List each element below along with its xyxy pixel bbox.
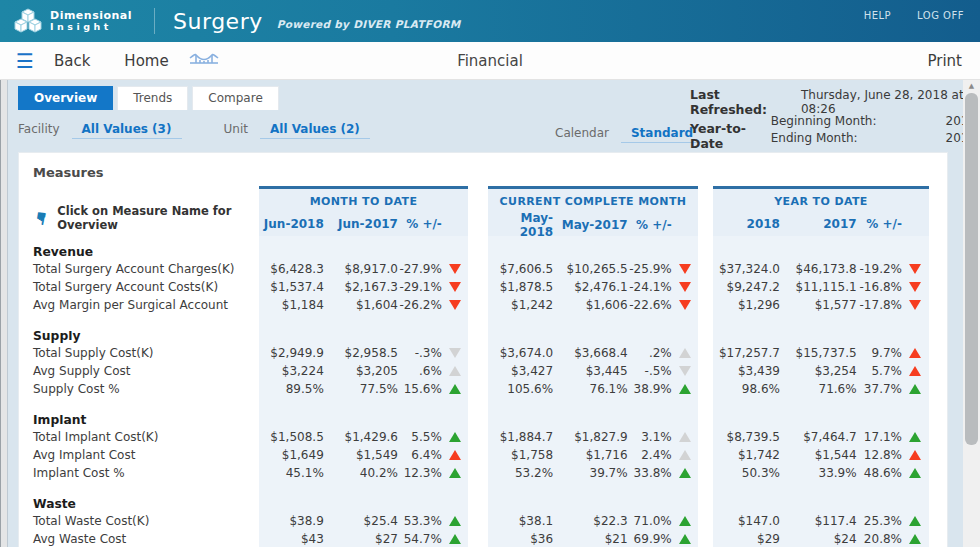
measure-label[interactable]: Avg Supply Cost [33,362,259,380]
table-header-row: ☛ Click on Measure Name for Overview MON… [33,186,947,236]
value-cell: $8,917.0 [324,260,398,278]
measure-values-group: $1,296$1,577-17.8% [713,296,929,314]
measure-label[interactable]: Total Waste Cost(K) [33,512,259,530]
page-title: Financial [0,52,980,70]
tab-trends[interactable]: Trends [117,86,188,110]
measure-values-group: $37,324.0$46,173.8-19.2% [713,260,929,278]
measure-values-group: $17,257.7$15,737.59.7% [713,344,929,362]
measure-values-group [713,398,929,410]
pointer-hand-icon: ☛ [31,209,50,227]
value-cell: $1,544 [780,446,857,464]
measure-values-group [259,482,468,494]
beginning-month-label: Beginning Month: [771,113,877,130]
measure-values-group [713,494,929,514]
logoff-link[interactable]: LOG OFF [917,10,964,21]
measure-values-group: $1,649$1,5496.4% [259,446,468,464]
trend-arrow-up-green [909,468,921,478]
measure-label[interactable]: Total Surgery Account Charges(K) [33,260,259,278]
trend-arrow-down-gray [679,366,691,376]
col-header: Jun-2017 [324,217,398,231]
trend-arrow-up-green [449,432,461,442]
col-header: % +/- [398,217,442,231]
header-divider [154,8,155,34]
trend-arrow-up-gray [679,348,691,358]
pct-cell: 33.8% [628,464,672,482]
value-cell: $36 [488,530,553,547]
measure-values-group: $8,739.5$7,464.717.1% [713,428,929,446]
value-cell: $2,476.1 [553,278,628,296]
measure-label[interactable]: Supply Cost % [33,380,259,398]
pct-cell: -22.6% [628,296,672,314]
value-cell: 50.3% [713,464,780,482]
section-row: Revenue [33,242,947,260]
pct-cell: 12.3% [398,464,442,482]
measure-values-group: $3,224$3,205.6% [259,362,468,380]
value-cell: $8,739.5 [713,428,780,446]
value-cell: $9,247.2 [713,278,780,296]
measure-row: Implant Cost %45.1%40.2%12.3%53.2%39.7%3… [33,464,947,482]
unit-filter-value[interactable]: All Values (2) [260,122,370,139]
facility-filter-value[interactable]: All Values (3) [72,122,182,139]
help-link[interactable]: HELP [864,10,891,21]
tab-compare[interactable]: Compare [192,86,278,110]
measure-values-group: $1,742$1,54412.8% [713,446,929,464]
pct-cell: 48.6% [857,464,902,482]
filters-bar: Facility All Values (3) Unit All Values … [18,122,370,139]
scrollbar-thumb[interactable] [965,93,978,445]
dimensional-insight-logo[interactable]: Dimensional Insight [14,7,132,35]
tab-overview[interactable]: Overview [18,86,113,110]
pct-cell: 53.3% [398,512,442,530]
value-cell: $1,716 [553,446,628,464]
pct-cell: .6% [398,362,442,380]
pct-cell: 6.4% [398,446,442,464]
measure-values-group: $29$2420.8% [713,530,929,547]
pct-cell: 12.8% [857,446,902,464]
measure-label[interactable]: Total Implant Cost(K) [33,428,259,446]
value-cell: 53.2% [488,464,553,482]
measure-values-group: $36$2169.9% [488,530,698,547]
pct-cell: 37.7% [857,380,902,398]
measure-label[interactable]: Avg Margin per Surgical Account [33,296,259,314]
measure-values-group: $38.9$25.453.3% [259,512,468,530]
value-cell: $43 [259,530,324,547]
value-cell: $1,508.5 [259,428,324,446]
vertical-scrollbar[interactable]: ▲ [963,80,980,547]
trend-arrow-up-green [449,516,461,526]
collapsed-panel-edge[interactable] [0,80,8,547]
trend-arrow-up-green [909,516,921,526]
trend-arrow-up-gray [679,432,691,442]
col-header: % +/- [857,217,902,231]
measure-row: Total Waste Cost(K)$38.9$25.453.3%$38.1$… [33,512,947,530]
measure-values-group [259,242,468,262]
measure-values-group [488,314,698,326]
section-label: Revenue [33,242,259,262]
scroll-up-arrow-icon[interactable]: ▲ [963,80,980,92]
measure-row: Total Supply Cost(K)$2,949.9$2,958.5-.3%… [33,344,947,362]
spacer-row [33,314,947,326]
logo-text-line2: Insight [50,22,132,32]
value-cell: $1,537.4 [259,278,324,296]
measure-values-group: $3,674.0$3,668.4.2% [488,344,698,362]
section-label: Waste [33,494,259,514]
measure-label[interactable]: Total Supply Cost(K) [33,344,259,362]
print-button[interactable]: Print [927,52,962,70]
measure-label[interactable]: Avg Implant Cost [33,446,259,464]
trend-arrow-up-green [679,534,691,544]
trend-arrow-up-green [449,534,461,544]
value-cell: $1,878.5 [488,278,553,296]
value-cell: $1,184 [259,296,324,314]
measure-label[interactable]: Avg Waste Cost [33,530,259,547]
section-row: Supply [33,326,947,344]
trend-arrow-up-green [909,432,921,442]
trend-arrow-up-green [679,384,691,394]
measure-values-group [259,398,468,410]
measure-row: Total Implant Cost(K)$1,508.5$1,429.65.5… [33,428,947,446]
value-cell: 33.9% [780,464,857,482]
pct-cell: 17.1% [857,428,902,446]
trend-arrow-down-gray [449,348,461,358]
measure-label[interactable]: Implant Cost % [33,464,259,482]
measure-values-group: $7,606.5$10,265.5-25.9% [488,260,698,278]
measure-values-group [488,482,698,494]
measure-values-group [713,482,929,494]
measure-label[interactable]: Total Surgery Account Costs(K) [33,278,259,296]
